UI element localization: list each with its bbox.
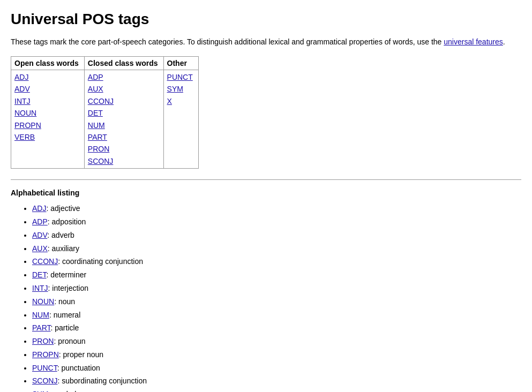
table-link-intj[interactable]: INTJ: [14, 95, 79, 107]
list-item: ADP: adposition: [32, 216, 521, 229]
col2-cell: ADPAUXCCONJDETNUMPARTPRONSCONJ: [84, 70, 163, 169]
table-link-sconj[interactable]: SCONJ: [88, 155, 158, 167]
alpha-description: : noun: [54, 297, 75, 306]
alpha-link-num[interactable]: NUM: [32, 311, 49, 319]
col2-header: Closed class words: [84, 57, 163, 70]
table-link-verb[interactable]: VERB: [14, 131, 79, 143]
alpha-description: : adjective: [46, 204, 80, 213]
alpha-link-aux[interactable]: AUX: [32, 244, 48, 253]
alpha-description: : adverb: [47, 231, 74, 239]
list-item: PROPN: proper noun: [32, 349, 521, 361]
table-link-adv[interactable]: ADV: [14, 83, 79, 95]
divider: [11, 179, 521, 180]
table-link-cconj[interactable]: CCONJ: [88, 95, 158, 107]
list-item: NUM: numeral: [32, 309, 521, 322]
list-item: NOUN: noun: [32, 296, 521, 308]
alpha-link-pron[interactable]: PRON: [32, 337, 54, 345]
alpha-description: : coordinating conjunction: [58, 257, 143, 266]
intro-end: .: [503, 37, 505, 46]
table-link-aux[interactable]: AUX: [88, 83, 158, 95]
table-link-propn[interactable]: PROPN: [14, 119, 79, 131]
alpha-description: : pronoun: [54, 337, 85, 345]
col3-header: Other: [163, 57, 198, 70]
table-link-part[interactable]: PART: [88, 131, 158, 143]
table-link-punct[interactable]: PUNCT: [167, 71, 193, 83]
intro-text: These tags mark the core part-of-speech …: [11, 37, 444, 46]
list-item: SCONJ: subordinating conjunction: [32, 375, 521, 388]
list-item: PRON: pronoun: [32, 335, 521, 348]
alpha-description: : punctuation: [57, 364, 100, 372]
alpha-link-adp[interactable]: ADP: [32, 217, 48, 226]
table-link-sym[interactable]: SYM: [167, 83, 193, 95]
list-item: DET: determiner: [32, 269, 521, 282]
alpha-link-sym[interactable]: SYM: [32, 390, 48, 392]
table-link-adj[interactable]: ADJ: [14, 71, 79, 83]
list-item: CCONJ: coordinating conjunction: [32, 255, 521, 268]
alpha-link-punct[interactable]: PUNCT: [32, 364, 57, 372]
list-item: ADV: adverb: [32, 229, 521, 242]
alpha-link-adj[interactable]: ADJ: [32, 204, 46, 213]
alpha-link-intj[interactable]: INTJ: [32, 284, 48, 292]
list-item: INTJ: interjection: [32, 282, 521, 295]
alpha-link-det[interactable]: DET: [32, 270, 46, 279]
table-link-adp[interactable]: ADP: [88, 71, 158, 83]
list-item: ADJ: adjective: [32, 202, 521, 215]
list-item: SYM: symbol: [32, 388, 521, 392]
alpha-heading: Alphabetical listing: [11, 189, 521, 197]
list-item: PUNCT: punctuation: [32, 362, 521, 375]
alpha-description: : auxiliary: [48, 244, 79, 253]
universal-features-link[interactable]: universal features: [444, 37, 503, 46]
intro-paragraph: These tags mark the core part-of-speech …: [11, 36, 521, 48]
alpha-description: : numeral: [49, 311, 80, 319]
alpha-link-propn[interactable]: PROPN: [32, 350, 59, 359]
alpha-description: : adposition: [48, 217, 86, 226]
page-title: Universal POS tags: [11, 11, 521, 28]
pos-table: Open class words Closed class words Othe…: [11, 56, 199, 169]
list-item: PART: particle: [32, 322, 521, 335]
table-link-pron[interactable]: PRON: [88, 143, 158, 155]
list-item: AUX: auxiliary: [32, 243, 521, 255]
alpha-description: : determiner: [46, 270, 86, 279]
table-row-main: ADJADVINTJNOUNPROPNVERB ADPAUXCCONJDETNU…: [11, 70, 199, 169]
col1-header: Open class words: [11, 57, 85, 70]
alpha-link-part[interactable]: PART: [32, 323, 51, 332]
col3-cell: PUNCTSYMX: [163, 70, 198, 169]
table-link-x[interactable]: X: [167, 95, 193, 107]
alpha-link-adv[interactable]: ADV: [32, 231, 47, 239]
alpha-description: : proper noun: [59, 350, 103, 359]
alpha-description: : interjection: [48, 284, 88, 292]
table-link-det[interactable]: DET: [88, 107, 158, 119]
table-link-noun[interactable]: NOUN: [14, 107, 79, 119]
alpha-description: : particle: [51, 323, 79, 332]
alpha-description: : symbol: [48, 390, 76, 392]
alpha-description: : subordinating conjunction: [57, 376, 147, 385]
col1-cell: ADJADVINTJNOUNPROPNVERB: [11, 70, 85, 169]
alpha-link-cconj[interactable]: CCONJ: [32, 257, 58, 266]
alpha-link-sconj[interactable]: SCONJ: [32, 376, 57, 385]
alpha-list: ADJ: adjectiveADP: adpositionADV: adverb…: [11, 202, 521, 392]
alpha-link-noun[interactable]: NOUN: [32, 297, 54, 306]
table-link-num[interactable]: NUM: [88, 119, 158, 131]
